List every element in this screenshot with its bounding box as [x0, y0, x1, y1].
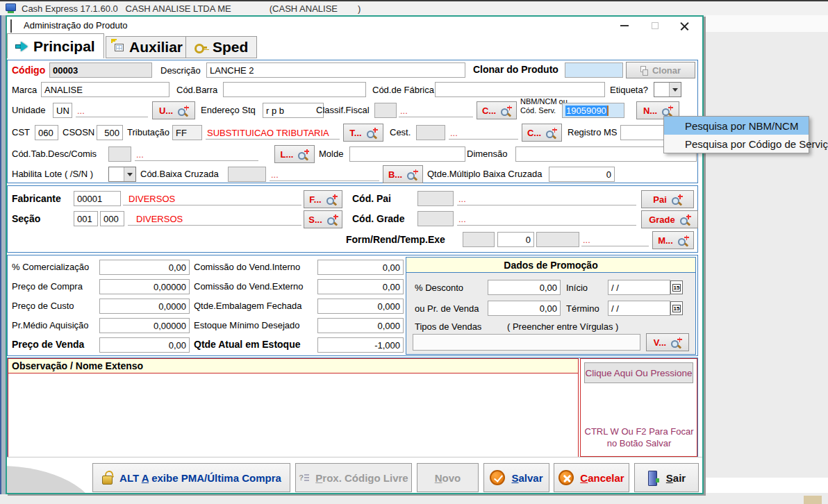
- descricao-field[interactable]: LANCHE 2: [206, 62, 465, 78]
- salvar-button[interactable]: Salvar: [483, 463, 549, 492]
- clonar-label: Clonar do Produto: [473, 64, 558, 75]
- inicio-field[interactable]: / /: [608, 280, 670, 295]
- termino-field[interactable]: / /: [608, 301, 670, 316]
- pricing-field[interactable]: 0,00000: [99, 318, 190, 333]
- desconto-label: % Desconto: [415, 283, 463, 293]
- tab-auxiliar[interactable]: Auxiliar: [106, 36, 192, 58]
- background-band-top: [706, 15, 828, 32]
- prox-codigo-button[interactable]: Prox. Código Livre: [295, 463, 412, 492]
- magnifier-plus-icon: [407, 169, 417, 180]
- pricing-label: Comissão do Vend.Interno: [194, 262, 300, 272]
- cod-grade-field[interactable]: [417, 211, 454, 226]
- tab-principal[interactable]: Principal: [7, 33, 104, 58]
- cod-pai-desc: ...: [457, 192, 636, 205]
- cest-lookup-button[interactable]: C...: [522, 124, 562, 142]
- photo-click-button[interactable]: Clique Aqui Ou Pressione: [584, 362, 693, 383]
- molde-lookup-button[interactable]: M...: [652, 231, 694, 249]
- cod-pai-label: Cód. Pai: [352, 193, 391, 204]
- form-rend-field-3[interactable]: [536, 232, 579, 247]
- pai-lookup-button[interactable]: Pai: [641, 190, 694, 208]
- pricing-field[interactable]: 0,00: [317, 260, 404, 275]
- decorative-ellipse: [7, 466, 97, 493]
- sair-button[interactable]: Sair: [634, 463, 699, 492]
- unidade-field[interactable]: UN: [53, 103, 72, 118]
- tributacao-field[interactable]: FF: [172, 125, 202, 140]
- secao-field-2[interactable]: 000: [100, 211, 124, 226]
- pr-venda-field[interactable]: 0,00: [488, 301, 561, 316]
- grade-lookup-button[interactable]: Grade: [641, 210, 698, 228]
- form-rend-field-1[interactable]: [463, 232, 495, 247]
- qtde-multiplo-field[interactable]: 0: [549, 167, 615, 182]
- observation-textarea[interactable]: [8, 373, 578, 457]
- section-pricing: % Comercialização 0,00 Preço de Compra 0…: [7, 255, 698, 356]
- pricing-field[interactable]: 0,000: [317, 299, 404, 314]
- codfabrica-field[interactable]: [435, 82, 605, 97]
- minimize-button[interactable]: [615, 19, 634, 32]
- marca-label: Marca: [12, 85, 37, 95]
- alt-a-button[interactable]: ALT A exibe PMA/Última Compra: [92, 463, 290, 492]
- codbarra-field[interactable]: [223, 82, 366, 97]
- pricing-field[interactable]: 0,00: [99, 260, 190, 275]
- pricing-field[interactable]: 0,00000: [99, 279, 190, 294]
- unidade-lookup-label: U...: [159, 106, 173, 116]
- fabricante-field[interactable]: 00001: [74, 191, 121, 206]
- menu-item-pesquisa-nbm[interactable]: Pesquisa por NBM/NCM: [664, 117, 809, 135]
- csosn-field[interactable]: 500: [97, 125, 123, 140]
- dropdown-button[interactable]: [124, 167, 135, 181]
- inicio-calendar-button[interactable]: 15: [670, 280, 683, 294]
- tipos-vendas-field[interactable]: [413, 334, 640, 351]
- dropdown-button[interactable]: [669, 83, 681, 96]
- cancelar-button[interactable]: Cancelar: [554, 463, 629, 492]
- close-button[interactable]: [675, 19, 693, 32]
- codigo-field[interactable]: 00003: [49, 62, 152, 78]
- codfabrica-label: Cód.de Fábrica: [372, 85, 434, 95]
- clonar-button[interactable]: Clonar: [626, 62, 695, 78]
- secao-field-1[interactable]: 001: [74, 211, 98, 226]
- tributacao-lookup-button[interactable]: T...: [343, 124, 383, 142]
- grid-plus-icon: [115, 44, 124, 51]
- codtab-field[interactable]: [108, 146, 131, 162]
- desconto-field[interactable]: 0,00: [488, 280, 561, 295]
- codtab-lookup-button[interactable]: L...: [274, 145, 315, 163]
- app-title-company: (CASH ANALISE ): [270, 3, 361, 14]
- baixa-lookup-button[interactable]: B...: [383, 165, 423, 183]
- termino-calendar-button[interactable]: 15: [670, 301, 683, 315]
- maximize-icon: [652, 22, 659, 29]
- nbm-field[interactable]: 19059090: [562, 103, 624, 118]
- secao-lookup-button[interactable]: S...: [304, 210, 342, 228]
- text-cursor: [607, 106, 608, 116]
- habilita-lote-dropdown[interactable]: [108, 167, 136, 182]
- cest-field[interactable]: [416, 125, 445, 140]
- pricing-field[interactable]: 0,0000: [99, 299, 190, 314]
- pricing-field[interactable]: 0,00: [317, 279, 404, 294]
- endereco-stq-field[interactable]: r p b: [263, 103, 324, 118]
- pricing-label: Estoque Mínimo Desejado: [194, 320, 299, 330]
- etiqueta-dropdown[interactable]: [654, 82, 681, 97]
- baixa-cruzada-field[interactable]: [228, 167, 266, 182]
- descricao-label: Descrição: [160, 65, 201, 76]
- preco-venda-field[interactable]: 0,00: [99, 337, 190, 353]
- product-admin-window: Administração do Produto Principal Auxil…: [6, 15, 704, 494]
- novo-button[interactable]: Novo: [417, 463, 479, 492]
- unidade-lookup-button[interactable]: U...: [152, 101, 195, 119]
- key-icon: [194, 42, 207, 52]
- maximize-button[interactable]: [646, 19, 664, 32]
- tab-sped[interactable]: Sped: [185, 36, 257, 58]
- classif-lookup-button[interactable]: C...: [477, 101, 517, 119]
- fabricante-lookup-button[interactable]: F...: [304, 190, 342, 208]
- pricing-field[interactable]: 0,000: [317, 318, 404, 333]
- marca-field[interactable]: ANALISE: [41, 82, 169, 97]
- clonar-field[interactable]: [565, 62, 623, 78]
- nbm-field-value: 19059090: [565, 106, 607, 116]
- tipos-lookup-button[interactable]: V...: [646, 333, 689, 351]
- form-rend-field-2[interactable]: 0: [497, 232, 534, 247]
- tab-principal-label: Principal: [33, 38, 95, 55]
- qtde-estoque-field[interactable]: -1,000: [317, 337, 404, 353]
- menu-item-pesquisa-servico[interactable]: Pesquisa por Código de Serviço: [664, 135, 809, 153]
- molde-field[interactable]: [349, 146, 465, 162]
- classif-fiscal-field[interactable]: [374, 103, 397, 118]
- cod-pai-field[interactable]: [417, 191, 454, 206]
- molde-label: Molde: [319, 149, 343, 159]
- cst-field[interactable]: 060: [35, 125, 58, 140]
- codtab-lookup-label: L...: [281, 149, 294, 160]
